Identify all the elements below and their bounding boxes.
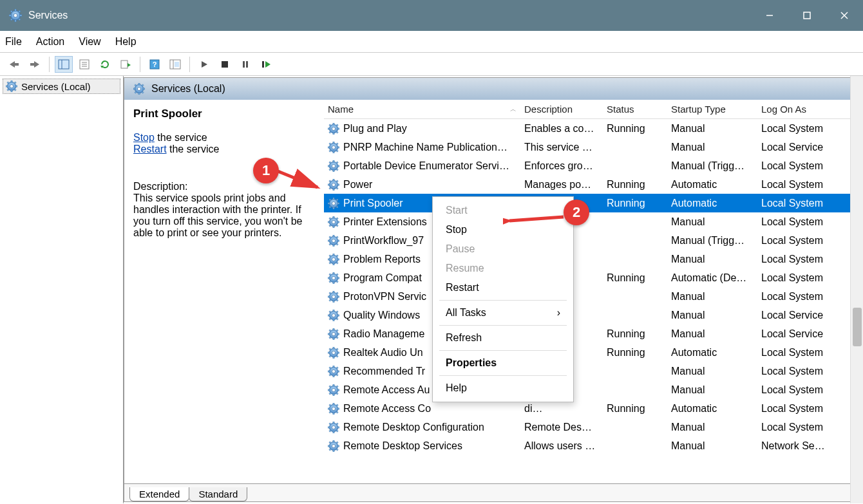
service-row[interactable]: Printer Extensionse …ManualLocal System — [324, 212, 861, 231]
service-startup: Automatic — [667, 403, 757, 415]
gear-icon — [328, 254, 339, 265]
close-button[interactable] — [826, 0, 863, 31]
service-logon: Local System — [757, 384, 835, 396]
back-button[interactable] — [5, 56, 23, 73]
service-row[interactable]: Plug and PlayEnables a co…RunningManualL… — [324, 119, 861, 138]
start-service-button[interactable] — [195, 56, 213, 73]
minimize-button[interactable] — [751, 0, 788, 31]
gear-icon — [328, 347, 339, 359]
service-row[interactable]: PNRP Machine Name Publication…This servi… — [324, 138, 861, 156]
col-description[interactable]: Description — [520, 104, 603, 115]
service-name: PrintWorkflow_97 — [343, 235, 424, 247]
service-row[interactable]: Portable Device Enumerator Servi…Enforce… — [324, 156, 861, 175]
forward-button[interactable] — [26, 56, 44, 73]
service-row[interactable]: Print Spooler…RunningAutomaticLocal Syst… — [324, 194, 861, 212]
svg-marker-14 — [10, 61, 15, 68]
service-logon: Local System — [757, 272, 835, 284]
bottom-tabs: Extended Standard — [124, 483, 861, 501]
context-pause: Pause — [433, 239, 573, 259]
restart-service-button[interactable] — [257, 56, 275, 73]
annotation-arrow-2 — [503, 212, 567, 227]
context-help[interactable]: Help — [433, 378, 573, 398]
detail-header: Services (Local) — [124, 78, 861, 100]
menubar: File Action View Help — [0, 31, 863, 53]
tab-extended[interactable]: Extended — [129, 487, 189, 501]
service-startup: Automatic — [667, 198, 757, 209]
service-logon: Local System — [757, 216, 835, 228]
service-name: Power — [343, 179, 372, 191]
service-name: PNRP Machine Name Publication… — [343, 142, 507, 153]
col-name[interactable]: Name ︿ — [324, 104, 520, 115]
svg-marker-37 — [265, 61, 270, 68]
help-toolbar-button[interactable]: ? — [146, 56, 164, 73]
toolbar-extra-button[interactable] — [166, 56, 184, 73]
svg-marker-32 — [202, 61, 207, 68]
refresh-toolbar-button[interactable] — [96, 56, 114, 73]
service-row[interactable]: Problem Reportse …ManualLocal System — [324, 250, 861, 268]
service-logon: Local System — [757, 179, 835, 191]
service-name: Realtek Audio Un — [343, 347, 423, 359]
service-logon: Local System — [757, 366, 835, 377]
service-status: Running — [603, 179, 667, 191]
context-restart[interactable]: Restart — [433, 278, 573, 297]
service-logon: Local Service — [757, 328, 835, 340]
properties-toolbar-button[interactable] — [75, 56, 93, 73]
service-startup: Manual — [667, 366, 757, 377]
gear-icon — [328, 235, 339, 247]
service-row[interactable]: Remote Access Auco…ManualLocal System — [324, 380, 861, 399]
svg-rect-15 — [15, 63, 19, 66]
context-all-tasks[interactable]: All Tasks› — [433, 303, 573, 322]
service-name: Remote Access Co — [343, 403, 431, 415]
sort-indicator-icon: ︿ — [510, 105, 517, 114]
service-startup: Manual — [667, 310, 757, 321]
service-row[interactable]: Remote Desktop ServicesAllows users …Man… — [324, 436, 861, 455]
svg-rect-25 — [121, 61, 128, 68]
service-row[interactable]: Program Compate …RunningAutomatic (De…Lo… — [324, 268, 861, 287]
service-status: Running — [603, 328, 667, 340]
service-logon: Local System — [757, 198, 835, 209]
context-properties[interactable]: Properties — [433, 353, 573, 373]
service-row[interactable]: ProtonVPN ServicManualLocal System — [324, 287, 861, 306]
stop-service-button[interactable] — [216, 56, 234, 73]
show-hide-console-button[interactable] — [55, 56, 73, 73]
service-description-panel: Print Spooler Stop the service Restart t… — [124, 100, 324, 483]
service-row[interactable]: Radio Managemeu…RunningManualLocal Servi… — [324, 324, 861, 343]
service-row[interactable]: Remote Access Codi…RunningAutomaticLocal… — [324, 399, 861, 418]
service-row[interactable]: Remote Desktop ConfigurationRemote Des…M… — [324, 418, 861, 436]
menu-file[interactable]: File — [5, 36, 22, 48]
svg-marker-26 — [128, 63, 131, 67]
tab-standard[interactable]: Standard — [189, 487, 247, 501]
menu-action[interactable]: Action — [36, 36, 64, 48]
col-log-on-as[interactable]: Log On As — [757, 104, 835, 115]
menu-view[interactable]: View — [79, 36, 100, 48]
service-row[interactable]: Recommended Trut…ManualLocal System — [324, 362, 861, 380]
menu-help[interactable]: Help — [115, 36, 137, 48]
col-startup-type[interactable]: Startup Type — [667, 104, 757, 115]
maximize-button[interactable] — [788, 0, 826, 31]
gear-icon — [328, 366, 339, 377]
export-list-button[interactable] — [117, 56, 135, 73]
stop-service-link[interactable]: Stop — [133, 132, 155, 143]
gear-icon — [328, 291, 339, 303]
svg-rect-35 — [246, 61, 248, 68]
detail-header-title: Services (Local) — [151, 83, 225, 95]
service-row[interactable]: Quality Windowsi…ManualLocal Service — [324, 306, 861, 324]
service-row[interactable]: PrintWorkflow_97Manual (Trigg…Local Syst… — [324, 231, 861, 250]
restart-service-link[interactable]: Restart — [133, 144, 167, 154]
gear-icon — [328, 198, 339, 209]
service-logon: Local System — [757, 291, 835, 303]
service-description: di… — [520, 403, 603, 415]
service-row[interactable]: Realtek Audio Undi…RunningAutomaticLocal… — [324, 343, 861, 362]
context-refresh[interactable]: Refresh — [433, 328, 573, 348]
service-name: Recommended Tr — [343, 366, 425, 377]
service-name: Remote Access Au — [343, 384, 430, 396]
pause-service-button[interactable] — [236, 56, 254, 73]
service-logon: Local Service — [757, 310, 835, 321]
service-startup: Manual — [667, 384, 757, 396]
tree-item-services-local[interactable]: Services (Local) — [3, 79, 120, 94]
vertical-scrollbar[interactable] — [850, 76, 863, 503]
service-row[interactable]: PowerManages po…RunningAutomaticLocal Sy… — [324, 175, 861, 194]
col-status[interactable]: Status — [603, 104, 667, 115]
service-name: Remote Desktop Configuration — [343, 422, 484, 433]
scrollbar-thumb[interactable] — [853, 308, 862, 346]
